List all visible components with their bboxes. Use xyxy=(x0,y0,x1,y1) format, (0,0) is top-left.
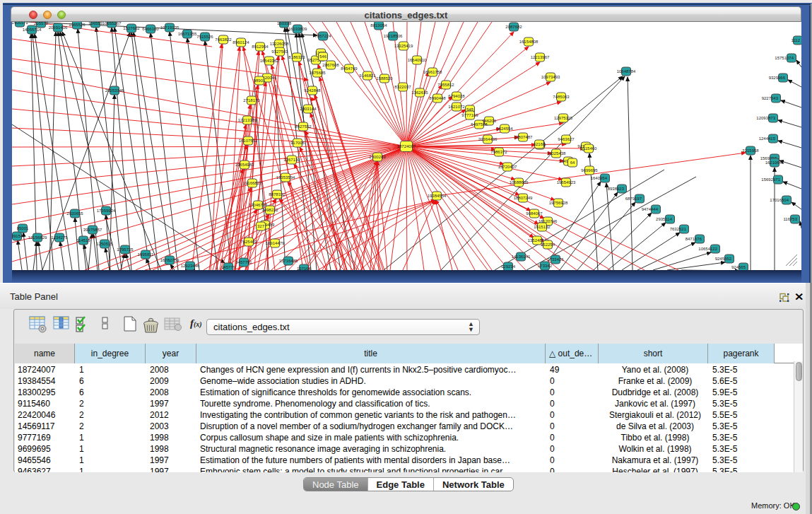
svg-text:7515526: 7515526 xyxy=(196,35,213,39)
svg-text:8813054: 8813054 xyxy=(370,23,387,28)
svg-text:1065526: 1065526 xyxy=(69,23,86,27)
svg-text:6466160: 6466160 xyxy=(142,27,159,31)
svg-text:6497568: 6497568 xyxy=(471,122,488,127)
svg-text:1527602: 1527602 xyxy=(123,26,140,30)
svg-text:10807487: 10807487 xyxy=(514,135,533,139)
svg-text:39154: 39154 xyxy=(12,234,23,238)
svg-text:9329966: 9329966 xyxy=(769,76,786,80)
svg-text:12923446: 12923446 xyxy=(181,264,200,268)
svg-text:3498222: 3498222 xyxy=(261,208,278,212)
svg-text:2087682: 2087682 xyxy=(505,25,522,29)
svg-text:16640910: 16640910 xyxy=(408,58,427,62)
svg-text:12093873: 12093873 xyxy=(756,116,775,120)
svg-text:16033809: 16033809 xyxy=(288,27,307,31)
svg-text:15692971: 15692971 xyxy=(761,177,780,182)
svg-text:16107552: 16107552 xyxy=(239,139,258,143)
svg-text:7857224: 7857224 xyxy=(314,34,331,38)
svg-text:8990448: 8990448 xyxy=(429,96,446,100)
svg-text:1795725: 1795725 xyxy=(117,247,134,252)
svg-text:10655267: 10655267 xyxy=(102,22,122,25)
svg-text:1621072: 1621072 xyxy=(448,105,465,109)
svg-text:10648784: 10648784 xyxy=(617,69,636,74)
svg-text:917006: 917006 xyxy=(290,141,305,145)
svg-text:10654122: 10654122 xyxy=(698,247,717,251)
svg-text:8878332: 8878332 xyxy=(269,192,286,197)
svg-text:6794028: 6794028 xyxy=(448,94,465,98)
svg-text:10688609: 10688609 xyxy=(510,180,529,185)
svg-text:9463627: 9463627 xyxy=(558,137,575,141)
svg-text:7986372: 7986372 xyxy=(490,150,507,154)
svg-text:19654983: 19654983 xyxy=(235,163,254,167)
svg-text:12156829: 12156829 xyxy=(28,235,47,240)
svg-text:20364436: 20364436 xyxy=(478,137,498,141)
svg-text:3215958: 3215958 xyxy=(742,148,759,153)
svg-text:106553: 106553 xyxy=(88,22,103,25)
svg-text:129234: 129234 xyxy=(501,264,516,269)
svg-text:19384554: 19384554 xyxy=(428,194,447,198)
svg-text:9777169: 9777169 xyxy=(461,113,478,117)
svg-text:1640954: 1640954 xyxy=(591,176,608,180)
svg-text:252254: 252254 xyxy=(541,243,555,247)
svg-text:3267130: 3267130 xyxy=(283,158,300,162)
svg-text:1588520: 1588520 xyxy=(376,76,393,81)
svg-text:19218506: 19218506 xyxy=(384,34,403,38)
svg-text:7955812: 7955812 xyxy=(437,83,454,87)
svg-text:9084067: 9084067 xyxy=(526,211,543,216)
svg-text:14136141: 14136141 xyxy=(512,255,531,259)
svg-text:16671355: 16671355 xyxy=(178,32,197,36)
svg-text:14055714: 14055714 xyxy=(23,28,42,32)
svg-text:12975115: 12975115 xyxy=(554,116,573,120)
svg-text:19756928: 19756928 xyxy=(549,201,568,205)
svg-text:2020655: 2020655 xyxy=(66,211,83,216)
svg-text:13226058: 13226058 xyxy=(270,42,289,46)
svg-text:1995811: 1995811 xyxy=(138,252,155,257)
svg-text:2300243: 2300243 xyxy=(369,155,386,159)
svg-text:13353594: 13353594 xyxy=(276,175,295,180)
svg-text:9115460: 9115460 xyxy=(581,146,598,151)
svg-text:9146821: 9146821 xyxy=(359,74,376,78)
svg-text:9227343: 9227343 xyxy=(762,96,779,100)
svg-text:9457791: 9457791 xyxy=(235,260,252,264)
svg-text:8322037: 8322037 xyxy=(394,85,411,89)
svg-text:16154808: 16154808 xyxy=(519,40,539,44)
svg-text:64: 64 xyxy=(570,160,575,165)
svg-text:7485063: 7485063 xyxy=(553,95,570,99)
svg-text:1250515: 1250515 xyxy=(96,242,113,246)
svg-text:85001: 85001 xyxy=(17,226,29,230)
svg-text:1234275: 1234275 xyxy=(51,235,68,240)
svg-text:15716485: 15716485 xyxy=(279,259,298,263)
svg-text:6879197: 6879197 xyxy=(625,197,642,201)
svg-text:19654923: 19654923 xyxy=(557,180,576,185)
svg-text:20053346: 20053346 xyxy=(105,88,124,93)
svg-text:945779: 945779 xyxy=(221,265,236,269)
svg-text:9474444: 9474444 xyxy=(642,207,659,211)
svg-text:39975857: 39975857 xyxy=(83,228,102,232)
svg-text:16543362: 16543362 xyxy=(260,59,279,63)
svg-text:924565: 924565 xyxy=(731,265,746,269)
svg-text:3624554: 3624554 xyxy=(496,127,513,131)
svg-text:1405571: 1405571 xyxy=(12,22,28,25)
svg-text:2718170: 2718170 xyxy=(243,98,260,103)
svg-text:9245652: 9245652 xyxy=(715,257,732,261)
svg-text:8960124: 8960124 xyxy=(233,40,249,45)
svg-text:15751074: 15751074 xyxy=(775,56,794,60)
svg-text:18724007: 18724007 xyxy=(397,144,416,148)
svg-text:10025438: 10025438 xyxy=(547,151,566,156)
svg-text:98901: 98901 xyxy=(254,78,266,83)
svg-text:9327503: 9327503 xyxy=(271,49,288,54)
svg-text:205572: 205572 xyxy=(34,22,49,25)
svg-text:546: 546 xyxy=(319,54,327,59)
svg-text:160338: 160338 xyxy=(277,22,292,25)
svg-text:16782759: 16782759 xyxy=(160,258,180,262)
svg-text:8912954: 8912954 xyxy=(252,45,269,49)
svg-text:15720407: 15720407 xyxy=(498,165,517,169)
svg-text:16210643: 16210643 xyxy=(765,160,784,165)
svg-text:13325419: 13325419 xyxy=(394,44,413,48)
svg-text:1112: 1112 xyxy=(792,38,801,42)
svg-text:16914479: 16914479 xyxy=(266,241,285,245)
svg-text:114519: 114519 xyxy=(76,238,90,243)
svg-text:19166827: 19166827 xyxy=(243,181,262,185)
svg-text:8938923: 8938923 xyxy=(608,187,625,191)
svg-text:7663822: 7663822 xyxy=(215,37,232,42)
svg-text:12213389: 12213389 xyxy=(238,118,257,122)
